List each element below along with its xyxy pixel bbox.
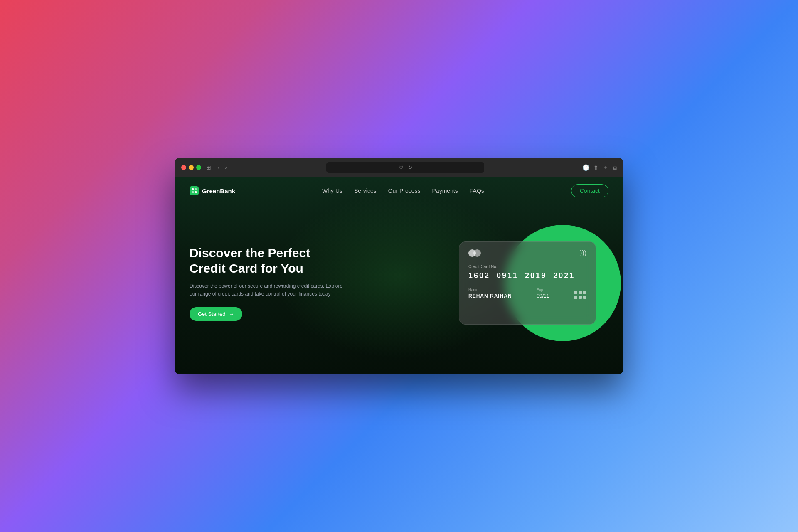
arrow-icon: → (229, 311, 234, 317)
nav-our-process[interactable]: Our Process (388, 187, 421, 194)
tab-icon[interactable]: ⊞ (206, 164, 211, 171)
brand-dot-1 (574, 291, 577, 294)
card-top: ))) (468, 249, 586, 257)
card-name-label: Name (468, 288, 512, 292)
nav-services[interactable]: Services (354, 187, 377, 194)
credit-card: ))) Credit Card No. 1602 0911 2019 2021 … (459, 241, 596, 325)
card-num-2: 0911 (497, 271, 518, 280)
card-num-3: 2019 (525, 271, 547, 280)
navbar: GreenBank Why Us Services Our Process Pa… (175, 177, 623, 204)
nav-payments[interactable]: Payments (432, 187, 458, 194)
browser-chrome: ⊞ ‹ › 🛡 ↻ 🕐 ⬆ ＋ ⧉ (175, 158, 623, 177)
nfc-icon: ))) (580, 249, 586, 257)
get-started-button[interactable]: Get Started → (190, 307, 242, 321)
address-bar[interactable]: 🛡 ↻ (326, 162, 484, 173)
hero-title: Discover the Perfect Credit Card for You (190, 245, 347, 276)
nav-arrows: ‹ › (216, 163, 228, 172)
logo: GreenBank (190, 186, 235, 195)
nav-why-us[interactable]: Why Us (322, 187, 342, 194)
address-bar-container: 🛡 ↻ (233, 162, 577, 173)
tabs-icon[interactable]: ⧉ (613, 164, 617, 171)
brand-dot-5 (579, 296, 582, 299)
card-exp-section: Exp. 09/11 (537, 288, 549, 299)
share-icon[interactable]: ⬆ (594, 164, 598, 171)
new-tab-icon[interactable]: ＋ (603, 164, 608, 171)
back-button[interactable]: ‹ (216, 163, 222, 172)
card-num-4: 2021 (553, 271, 575, 280)
reload-button[interactable]: ↻ (408, 165, 412, 170)
hero-text: Discover the Perfect Credit Card for You… (190, 245, 347, 321)
minimize-button[interactable] (189, 165, 194, 170)
card-number-label: Credit Card No. (468, 264, 586, 269)
security-icon: 🛡 (399, 165, 403, 170)
card-exp-label: Exp. (537, 288, 549, 292)
card-footer: Name REHAN RAIHAN Exp. 09/11 (468, 288, 586, 299)
get-started-label: Get Started (198, 311, 225, 317)
browser-actions: 🕐 ⬆ ＋ ⧉ (582, 164, 617, 171)
brand-dot-4 (574, 296, 577, 299)
forward-button[interactable]: › (223, 163, 229, 172)
hero-section: Discover the Perfect Credit Card for You… (175, 204, 623, 354)
card-name-value: REHAN RAIHAN (468, 293, 512, 299)
card-exp-value: 09/11 (537, 293, 549, 299)
logo-icon (190, 186, 199, 195)
svg-rect-0 (192, 188, 194, 190)
brand-dot-2 (579, 291, 582, 294)
card-area: ))) Credit Card No. 1602 0911 2019 2021 … (434, 221, 608, 345)
brand-dot-3 (583, 291, 586, 294)
logo-text: GreenBank (202, 187, 235, 195)
history-icon[interactable]: 🕐 (582, 164, 589, 171)
chip-right (473, 249, 481, 257)
svg-rect-3 (195, 191, 197, 193)
card-num-1: 1602 (468, 271, 490, 280)
contact-button[interactable]: Contact (571, 184, 608, 197)
card-number: 1602 0911 2019 2021 (468, 271, 586, 280)
svg-rect-2 (192, 191, 194, 193)
website-content: GreenBank Why Us Services Our Process Pa… (175, 177, 623, 374)
maximize-button[interactable] (196, 165, 201, 170)
card-chip (468, 249, 481, 257)
close-button[interactable] (181, 165, 186, 170)
nav-faqs[interactable]: FAQs (470, 187, 484, 194)
brand-dot-6 (583, 296, 586, 299)
nav-links: Why Us Services Our Process Payments FAQ… (322, 187, 484, 194)
card-name-section: Name REHAN RAIHAN (468, 288, 512, 299)
svg-rect-1 (195, 188, 197, 190)
traffic-lights (181, 165, 201, 170)
hero-description: Discover the power of our secure and rew… (190, 282, 347, 298)
browser-window: ⊞ ‹ › 🛡 ↻ 🕐 ⬆ ＋ ⧉ (175, 158, 623, 374)
card-brand-icon (574, 291, 586, 299)
